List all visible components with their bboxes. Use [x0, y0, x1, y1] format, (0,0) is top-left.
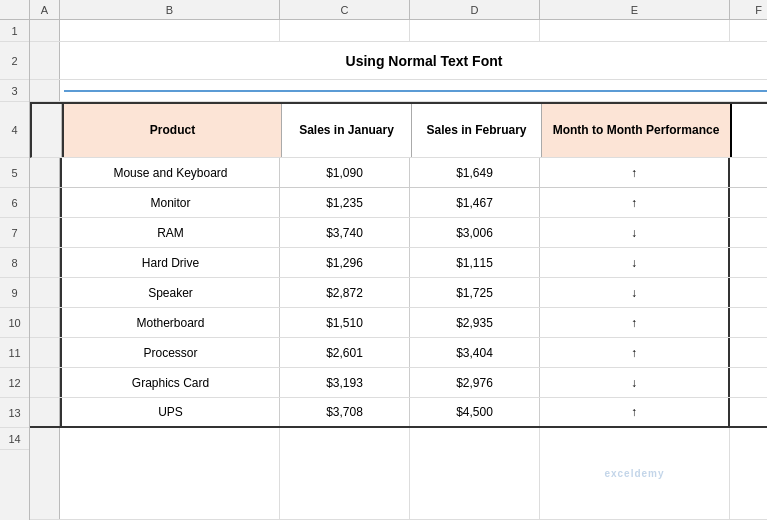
table-row-10: Motherboard $1,510 $2,935 ↑	[30, 308, 767, 338]
header-month-perf: Month to Month Performance	[542, 104, 732, 157]
cell-f10	[730, 308, 767, 337]
cell-jan-1: $1,235	[280, 188, 410, 217]
table-row-6: Monitor $1,235 $1,467 ↑	[30, 188, 767, 218]
row-numbers: 1 2 3 4 5 6 7 8 9 10 11 12 13 14	[0, 20, 30, 520]
row-num-9[interactable]: 9	[0, 278, 29, 308]
row-2: Using Normal Text Font	[30, 42, 767, 80]
cell-feb-2: $3,006	[410, 218, 540, 247]
table-row-9: Speaker $2,872 $1,725 ↓	[30, 278, 767, 308]
row-num-5[interactable]: 5	[0, 158, 29, 188]
cell-arrow-4: ↓	[540, 278, 730, 307]
header-sales-feb: Sales in February	[412, 104, 542, 157]
cell-a14	[30, 428, 60, 519]
cell-e1[interactable]	[540, 20, 730, 41]
cell-b14[interactable]	[60, 428, 280, 519]
row-num-12[interactable]: 12	[0, 368, 29, 398]
cell-a7	[30, 218, 60, 247]
cell-f7	[730, 218, 767, 247]
row-num-7[interactable]: 7	[0, 218, 29, 248]
cell-jan-3: $1,296	[280, 248, 410, 277]
cell-c14[interactable]	[280, 428, 410, 519]
row-num-2[interactable]: 2	[0, 42, 29, 80]
cell-a10	[30, 308, 60, 337]
cell-arrow-3: ↓	[540, 248, 730, 277]
row-num-11[interactable]: 11	[0, 338, 29, 368]
cell-product-7: Graphics Card	[60, 368, 280, 397]
cell-a4	[32, 104, 62, 157]
cell-a9	[30, 278, 60, 307]
row-num-1[interactable]: 1	[0, 20, 29, 42]
col-header-f[interactable]: F	[730, 0, 767, 19]
table-row-13: UPS $3,708 $4,500 ↑	[30, 398, 767, 428]
col-header-d[interactable]: D	[410, 0, 540, 19]
cell-product-5: Motherboard	[60, 308, 280, 337]
cell-f8	[730, 248, 767, 277]
cell-feb-4: $1,725	[410, 278, 540, 307]
cell-f1[interactable]	[730, 20, 767, 41]
cell-a3	[30, 80, 60, 101]
cell-product-6: Processor	[60, 338, 280, 367]
cell-f4	[732, 104, 767, 157]
separator-line	[64, 90, 767, 92]
row-4-header: Product Sales in January Sales in Februa…	[30, 102, 767, 158]
table-row-5: Mouse and Keyboard $1,090 $1,649 ↑	[30, 158, 767, 188]
col-header-c[interactable]: C	[280, 0, 410, 19]
cell-jan-2: $3,740	[280, 218, 410, 247]
row-num-10[interactable]: 10	[0, 308, 29, 338]
row-1	[30, 20, 767, 42]
cell-feb-0: $1,649	[410, 158, 540, 187]
cell-jan-6: $2,601	[280, 338, 410, 367]
col-header-e[interactable]: E	[540, 0, 730, 19]
cell-jan-5: $1,510	[280, 308, 410, 337]
cell-e14[interactable]: exceldemy	[540, 428, 730, 519]
cell-a12	[30, 368, 60, 397]
separator-container	[60, 80, 767, 101]
cell-c1[interactable]	[280, 20, 410, 41]
row-num-13[interactable]: 13	[0, 398, 29, 428]
row-num-3[interactable]: 3	[0, 80, 29, 102]
table-row-12: Graphics Card $3,193 $2,976 ↓	[30, 368, 767, 398]
row-num-14[interactable]: 14	[0, 428, 29, 450]
spreadsheet-body: 1 2 3 4 5 6 7 8 9 10 11 12 13 14	[0, 20, 767, 520]
cell-d1[interactable]	[410, 20, 540, 41]
header-sales-jan: Sales in January	[282, 104, 412, 157]
col-header-b[interactable]: B	[60, 0, 280, 19]
row-3	[30, 80, 767, 102]
cell-a2	[30, 42, 60, 79]
column-header-row: A B C D E F	[0, 0, 767, 20]
cell-f14[interactable]	[730, 428, 767, 519]
row-num-6[interactable]: 6	[0, 188, 29, 218]
cell-jan-4: $2,872	[280, 278, 410, 307]
col-header-a[interactable]: A	[30, 0, 60, 19]
corner-cell	[0, 0, 30, 19]
cell-arrow-7: ↓	[540, 368, 730, 397]
cell-f5	[730, 158, 767, 187]
cell-f11	[730, 338, 767, 367]
table-row-7: RAM $3,740 $3,006 ↓	[30, 218, 767, 248]
watermark-container: exceldemy	[544, 468, 725, 479]
cell-a8	[30, 248, 60, 277]
cell-product-3: Hard Drive	[60, 248, 280, 277]
cell-arrow-2: ↓	[540, 218, 730, 247]
cell-feb-3: $1,115	[410, 248, 540, 277]
cell-product-0: Mouse and Keyboard	[60, 158, 280, 187]
spreadsheet-title: Using Normal Text Font	[60, 42, 767, 79]
spreadsheet: A B C D E F 1 2 3 4 5 6 7 8 9 10 11 12 1…	[0, 0, 767, 520]
cell-product-1: Monitor	[60, 188, 280, 217]
cell-arrow-6: ↑	[540, 338, 730, 367]
row-num-8[interactable]: 8	[0, 248, 29, 278]
row-num-4[interactable]: 4	[0, 102, 29, 158]
watermark-text: exceldemy	[604, 468, 664, 479]
cell-f9	[730, 278, 767, 307]
cell-d14[interactable]	[410, 428, 540, 519]
cell-b1[interactable]	[60, 20, 280, 41]
cell-feb-7: $2,976	[410, 368, 540, 397]
cell-arrow-0: ↑	[540, 158, 730, 187]
table-row-8: Hard Drive $1,296 $1,115 ↓	[30, 248, 767, 278]
cell-a5	[30, 158, 60, 187]
cell-f13	[730, 398, 767, 426]
cell-feb-1: $1,467	[410, 188, 540, 217]
cell-product-2: RAM	[60, 218, 280, 247]
cell-arrow-8: ↑	[540, 398, 730, 426]
cell-a6	[30, 188, 60, 217]
